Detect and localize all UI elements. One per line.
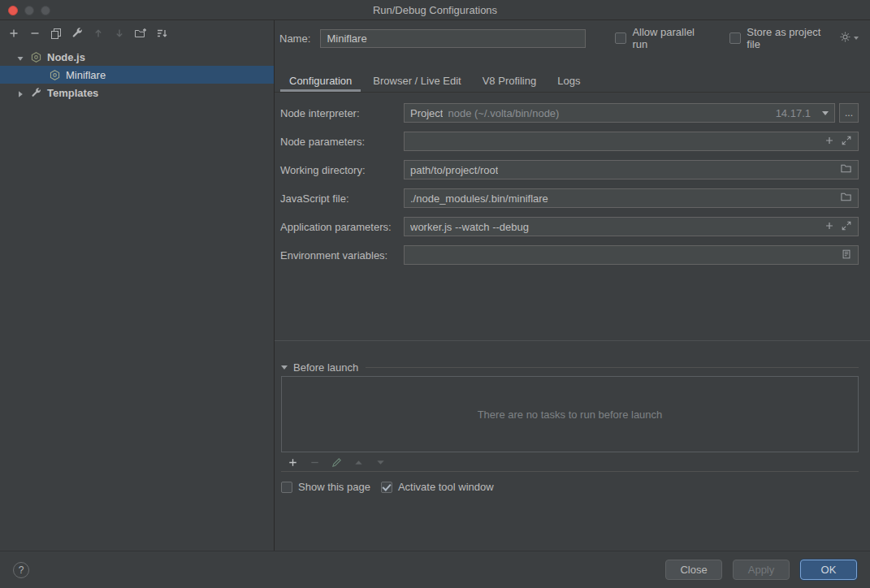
browse-folder-icon[interactable]: [840, 162, 852, 177]
close-button[interactable]: Close: [665, 560, 722, 580]
tree-item-templates[interactable]: Templates: [0, 84, 274, 102]
titlebar: Run/Debug Configurations: [0, 0, 870, 20]
application-parameters-input[interactable]: worker.js --watch --debug: [404, 217, 859, 236]
edit-task-icon: [330, 456, 343, 469]
before-launch-title: Before launch: [293, 361, 358, 374]
expand-field-icon[interactable]: [841, 135, 852, 149]
tab-browser-live-edit[interactable]: Browser / Live Edit: [362, 69, 471, 92]
tree-item-nodejs[interactable]: Node.js: [0, 48, 274, 66]
move-task-down-icon: [374, 456, 387, 469]
checkbox-label: Store as project file: [747, 26, 833, 50]
chevron-right-icon[interactable]: [16, 89, 24, 97]
add-icon[interactable]: [7, 27, 20, 40]
close-window-icon[interactable]: [8, 6, 18, 15]
dialog-footer: ? Close Apply OK: [0, 551, 870, 588]
zoom-window-icon: [41, 6, 50, 15]
sidebar-toolbar: [0, 20, 274, 46]
before-launch-header[interactable]: Before launch: [281, 361, 859, 374]
checkbox-label: Activate tool window: [398, 481, 494, 493]
checkbox-label: Allow parallel run: [632, 26, 709, 50]
environment-variables-row: Environment variables:: [280, 245, 859, 265]
node-parameters-row: Node parameters:: [280, 132, 859, 151]
name-label: Name:: [279, 32, 314, 45]
tree-item-label: Miniflare: [66, 69, 106, 81]
new-folder-icon[interactable]: [134, 27, 147, 40]
minimize-window-icon: [24, 6, 34, 15]
collapse-triangle-icon[interactable]: [281, 365, 288, 370]
tab-logs[interactable]: Logs: [547, 69, 591, 92]
node-parameters-input[interactable]: [404, 132, 859, 151]
javascript-file-row: JavaScript file: ./node_modules/.bin/min…: [280, 188, 859, 208]
field-label: JavaScript file:: [280, 192, 404, 205]
help-button[interactable]: ?: [13, 562, 29, 578]
configurations-tree: Node.js Miniflare Templates: [0, 48, 274, 102]
move-task-up-icon: [352, 456, 365, 469]
nodejs-config-icon: [49, 69, 61, 81]
templates-wrench-icon: [30, 87, 42, 99]
sort-alphabetically-icon[interactable]: [155, 27, 168, 40]
gear-icon: [839, 31, 851, 45]
insert-macro-icon[interactable]: [824, 135, 835, 149]
edit-wrench-icon[interactable]: [71, 27, 84, 40]
store-as-project-file-checkbox[interactable]: Store as project file: [729, 26, 833, 50]
interpreter-version: 14.17.1: [776, 107, 811, 119]
checkbox-box: [281, 482, 292, 493]
configurations-sidebar: Node.js Miniflare Templates: [0, 20, 275, 551]
field-label: Application parameters:: [280, 221, 404, 233]
window-controls: [8, 6, 50, 15]
window-title: Run/Debug Configurations: [373, 4, 497, 16]
field-label: Node parameters:: [280, 136, 404, 148]
configuration-form: Node interpreter: Project node (~/.volta…: [275, 93, 870, 341]
application-parameters-row: Application parameters: worker.js --watc…: [280, 217, 859, 236]
activate-tool-window-checkbox[interactable]: Activate tool window: [381, 481, 494, 493]
remove-task-icon: [308, 456, 321, 469]
add-task-icon[interactable]: [286, 456, 299, 469]
environment-variables-input[interactable]: [404, 245, 859, 265]
node-interpreter-combobox[interactable]: Project node (~/.volta/bin/node) 14.17.1: [404, 103, 835, 123]
checkbox-box: [615, 32, 626, 44]
separator-line: [366, 367, 859, 368]
tree-item-label: Node.js: [47, 51, 85, 63]
apply-button[interactable]: Apply: [733, 560, 790, 580]
empty-tasks-message: There are no tasks to run before launch: [478, 409, 663, 421]
expand-field-icon[interactable]: [841, 220, 852, 234]
javascript-file-input[interactable]: ./node_modules/.bin/miniflare: [404, 188, 859, 208]
tree-item-label: Templates: [47, 87, 98, 99]
before-launch-task-list[interactable]: There are no tasks to run before launch: [281, 376, 859, 452]
store-settings-control[interactable]: [839, 31, 859, 45]
ok-button[interactable]: OK: [800, 560, 857, 580]
copy-icon[interactable]: [50, 27, 63, 40]
checkbox-box: [729, 32, 741, 44]
configuration-tabs: Configuration Browser / Live Edit V8 Pro…: [275, 69, 870, 93]
show-this-page-checkbox[interactable]: Show this page: [281, 481, 370, 493]
page-options: Show this page Activate tool window: [281, 481, 494, 493]
node-interpreter-row: Node interpreter: Project node (~/.volta…: [280, 103, 859, 123]
chevron-down-icon[interactable]: [16, 53, 24, 61]
edit-variables-icon[interactable]: [841, 249, 852, 262]
chevron-down-icon: [854, 37, 859, 40]
dropdown-arrow-icon: [822, 111, 829, 115]
move-down-icon: [113, 27, 126, 40]
field-label: Working directory:: [280, 164, 404, 176]
browse-folder-icon[interactable]: [840, 191, 852, 205]
insert-macro-icon[interactable]: [824, 220, 835, 234]
checkbox-label: Show this page: [298, 481, 370, 493]
before-launch-toolbar: [281, 453, 859, 472]
working-directory-input[interactable]: path/to/project/root: [404, 160, 859, 179]
move-up-icon: [92, 27, 105, 40]
interpreter-more-button[interactable]: ...: [839, 103, 859, 123]
working-directory-row: Working directory: path/to/project/root: [280, 160, 859, 179]
checkbox-box-checked: [381, 482, 392, 493]
allow-parallel-run-checkbox[interactable]: Allow parallel run: [615, 26, 709, 50]
tree-item-miniflare[interactable]: Miniflare: [0, 66, 274, 84]
nodejs-config-icon: [30, 51, 42, 63]
remove-icon[interactable]: [28, 27, 41, 40]
field-label: Environment variables:: [280, 249, 404, 262]
tab-v8-profiling[interactable]: V8 Profiling: [472, 69, 547, 92]
tab-configuration[interactable]: Configuration: [279, 69, 362, 92]
field-label: Node interpreter:: [280, 107, 404, 119]
name-input[interactable]: [320, 29, 586, 48]
configuration-editor: Name: Allow parallel run Store as projec…: [275, 20, 870, 551]
name-row: Name: Allow parallel run Store as projec…: [279, 28, 859, 48]
